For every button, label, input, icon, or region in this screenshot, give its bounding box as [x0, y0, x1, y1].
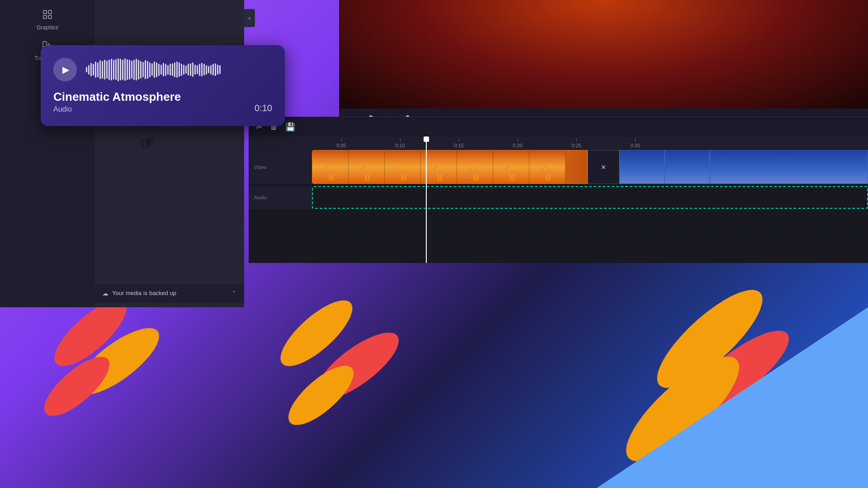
waveform-bar: [122, 60, 123, 80]
clip-x-icon: ✕: [601, 164, 606, 171]
timeline-toolbar: ✂ 🗑 💾: [249, 117, 868, 136]
waveform-bar: [131, 61, 132, 79]
waveform-bar: [160, 65, 162, 75]
waveform-bar: [190, 63, 191, 76]
svg-rect-1: [48, 10, 52, 14]
ruler-label-3: 0:20: [513, 143, 522, 148]
playhead[interactable]: [426, 136, 427, 263]
status-chevron-icon[interactable]: ⌃: [231, 290, 237, 297]
waveform-bar: [188, 64, 189, 75]
audio-play-button[interactable]: ▶: [53, 58, 77, 81]
audio-duration: 0:10: [255, 103, 272, 113]
timeline-ruler: 0:05 0:10 0:15 0:20 0:25 0:30: [249, 136, 868, 150]
giraffe-silhouette-6: 🦒: [503, 166, 519, 181]
play-icon: ▶: [62, 64, 69, 75]
giraffe-thumb-3: 🦒: [385, 150, 421, 183]
audio-clip[interactable]: [312, 186, 868, 209]
video-track: Video 🦒 🦒 🦒 🦒: [249, 150, 868, 184]
waveform-bar: [181, 64, 182, 76]
waveform-bar: [194, 65, 196, 75]
ruler-mark-0: 0:05: [312, 138, 371, 148]
giraffe-silhouette-2: 🦒: [359, 166, 374, 181]
backup-status-text: Your media is backed up: [112, 290, 176, 296]
video-clip-third[interactable]: [619, 150, 665, 184]
audio-waveform: [86, 56, 272, 83]
ruler-mark-3: 0:20: [488, 138, 547, 148]
waveform-bar: [201, 63, 203, 76]
waveform-bar: [124, 58, 126, 80]
graphics-icon: [42, 9, 53, 23]
waveform-bar: [149, 62, 151, 77]
audio-text: Cinematic Atmosphere Audio: [53, 90, 181, 113]
waveform-bar: [136, 59, 137, 80]
brush-stroke-9: [277, 360, 365, 432]
video-track-content: 🦒 🦒 🦒 🦒 🦒 🦒: [312, 150, 868, 184]
waveform-bar: [108, 60, 110, 80]
chevron-left-icon: ‹: [248, 14, 250, 22]
waveform-bar: [215, 63, 216, 76]
waveform-bar: [170, 64, 171, 75]
video-clip-fifth[interactable]: [710, 150, 868, 184]
giraffe-silhouette-5: 🦒: [467, 166, 483, 181]
giraffe-thumb-1: 🦒: [312, 150, 349, 183]
waveform-bar: [156, 62, 157, 77]
audio-card-top: ▶: [53, 56, 272, 83]
video-track-label: Video: [249, 150, 312, 184]
ruler-label-1: 0:10: [395, 143, 405, 148]
waveform-bar: [192, 62, 193, 76]
waveform-bar: [106, 61, 108, 79]
waveform-bar: [210, 65, 212, 75]
timeline-area[interactable]: 0:05 0:10 0:15 0:20 0:25 0:30 Video: [249, 136, 868, 263]
waveform-bar: [176, 61, 178, 78]
waveform-bar: [219, 65, 221, 74]
ruler-mark-4: 0:25: [547, 138, 606, 148]
waveform-bar: [95, 61, 96, 78]
waveform-bar: [199, 64, 200, 76]
waveform-bar: [217, 65, 218, 75]
ruler-mark-2: 0:15: [429, 138, 488, 148]
waveform-bar: [120, 59, 121, 80]
ruler-mark-5: 0:30: [606, 138, 665, 148]
giraffe-thumb-2: 🦒: [349, 150, 385, 183]
video-clip-main[interactable]: 🦒 🦒 🦒 🦒 🦒 🦒: [312, 150, 588, 184]
save-clip-button[interactable]: 💾: [285, 122, 295, 132]
waveform-bar: [129, 60, 130, 79]
waveform-bar: [104, 60, 105, 79]
giraffe-thumb-6: 🦒: [493, 150, 529, 183]
collapse-panel-button[interactable]: ‹: [244, 9, 255, 27]
ruler-mark-1: 0:10: [371, 138, 429, 148]
audio-title: Cinematic Atmosphere: [53, 90, 181, 103]
sidebar-item-graphics-label: Graphics: [37, 24, 58, 31]
svg-rect-2: [43, 15, 47, 19]
status-bar: ☁ Your media is backed up ⌃: [95, 283, 244, 303]
playhead-handle: [424, 136, 429, 142]
waveform-bar: [93, 64, 94, 75]
video-clip-second[interactable]: ✕: [588, 150, 619, 184]
giraffe-thumb-7: 🦒: [529, 150, 566, 183]
waveform-bar: [90, 63, 92, 76]
ruler-label-2: 0:15: [454, 143, 463, 148]
waveform-bar: [147, 61, 148, 79]
giraffe-silhouette-7: 🦒: [539, 166, 555, 181]
waveform-bar: [145, 60, 146, 79]
status-content: ☁ Your media is backed up: [102, 290, 176, 297]
audio-card: ▶ Cinematic Atmosphere Audio 0:10: [41, 45, 285, 126]
waveform-bar: [151, 63, 153, 76]
backup-cloud-icon: ☁: [102, 290, 108, 297]
waveform-bar: [88, 65, 90, 75]
ruler-label-5: 0:30: [630, 143, 640, 148]
waveform-bar: [212, 64, 214, 75]
video-clip-fourth[interactable]: [665, 150, 710, 184]
waveform-bar: [113, 60, 114, 79]
waveform-bar: [172, 63, 173, 76]
sidebar-item-graphics[interactable]: Graphics: [0, 5, 95, 35]
audio-track: Audio: [249, 186, 868, 209]
svg-rect-0: [43, 10, 47, 14]
waveform-bar: [179, 62, 180, 76]
waveform-bar: [97, 62, 99, 77]
waveform-bar: [163, 63, 164, 76]
waveform-bar: [167, 65, 169, 75]
waveform-bar: [111, 59, 112, 80]
giraffe-silhouette-3: 🦒: [395, 166, 410, 181]
audio-track-label: Audio: [249, 186, 312, 209]
